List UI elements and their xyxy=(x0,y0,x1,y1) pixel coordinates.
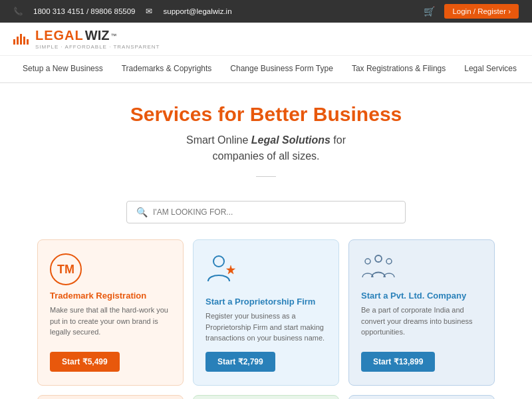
login-button[interactable]: Login / Register › xyxy=(444,4,519,19)
proprietorship-desc: Register your business as a Proprietorsh… xyxy=(205,311,327,344)
pvtltd-card: Start a Pvt. Ltd. Company Be a part of c… xyxy=(348,239,495,386)
search-bar-wrapper: 🔍 xyxy=(0,201,532,223)
proprietorship-card: Start a Proprietorship Firm Register you… xyxy=(193,239,339,386)
phone-number: 1800 313 4151 / 89806 85509 xyxy=(33,7,135,15)
logo-text: LEGAL WIZ ™ xyxy=(35,28,160,43)
trademark-cta-button[interactable]: Start ₹5,499 xyxy=(50,352,120,372)
hero-section: Services for Better Business Smart Onlin… xyxy=(0,83,532,201)
proprietorship-cta-button[interactable]: Start ₹2,799 xyxy=(205,352,275,372)
logo-tm: ™ xyxy=(110,33,116,39)
logo-legal: LEGAL xyxy=(35,28,84,43)
top-bar-contact: 📞 1800 313 4151 / 89806 85509 ✉ support@… xyxy=(13,7,232,16)
proprietorship-icon-svg xyxy=(205,253,237,285)
nav-item-setup[interactable]: Setup a New Business xyxy=(13,56,112,82)
person-icon xyxy=(205,253,237,291)
cart-icon[interactable]: 🛒 xyxy=(424,6,435,17)
top-bar-right: 🛒 Login / Register › xyxy=(424,4,519,19)
tm-icon: TM xyxy=(50,253,82,285)
handshake-card xyxy=(37,395,184,400)
logo-bars-icon xyxy=(13,34,29,45)
svg-point-0 xyxy=(213,256,224,267)
group-icon xyxy=(361,253,396,285)
pvtltd-icon-svg xyxy=(361,253,396,280)
pvtltd-title: Start a Pvt. Ltd. Company xyxy=(361,291,466,301)
trademark-title: Trademark Registration xyxy=(50,291,146,301)
svg-point-3 xyxy=(365,259,370,264)
trademark-card: TM Trademark Registration Make sure that… xyxy=(37,239,184,386)
hero-title: Services for Better Business xyxy=(13,103,519,126)
search-icon: 🔍 xyxy=(136,207,148,217)
new-service-card: NEW xyxy=(348,395,495,400)
cards-row-1: TM Trademark Registration Make sure that… xyxy=(0,239,532,386)
phone-icon: 📞 xyxy=(13,7,23,16)
top-bar: 📞 1800 313 4151 / 89806 85509 ✉ support@… xyxy=(0,0,532,23)
logo-bar: LEGAL WIZ ™ SIMPLE · AFFORDABLE · TRANSP… xyxy=(0,23,532,56)
trademark-desc: Make sure that all the hard-work you put… xyxy=(50,305,171,344)
logo[interactable]: LEGAL WIZ ™ SIMPLE · AFFORDABLE · TRANSP… xyxy=(13,28,160,50)
hero-divider xyxy=(256,176,276,177)
email-icon: ✉ xyxy=(146,7,152,16)
svg-point-4 xyxy=(386,259,392,264)
nav-item-bookkeeping[interactable]: Bookkeeping & Compliances xyxy=(526,56,532,82)
proprietorship-title: Start a Proprietorship Firm xyxy=(205,297,315,307)
logo-tagline: SIMPLE · AFFORDABLE · TRANSPARENT xyxy=(35,44,160,50)
search-input[interactable] xyxy=(153,207,396,217)
svg-marker-1 xyxy=(227,265,235,274)
nav-item-legal[interactable]: Legal Services xyxy=(455,56,526,82)
hero-subtitle: Smart Online Legal Solutions forcompanie… xyxy=(13,132,519,164)
search-bar[interactable]: 🔍 xyxy=(126,201,406,223)
pvtltd-cta-button[interactable]: Start ₹13,899 xyxy=(361,352,435,372)
logo-wiz: WIZ xyxy=(85,28,110,43)
svg-point-2 xyxy=(375,255,382,262)
nav-item-trademarks[interactable]: Trademarks & Copyrights xyxy=(112,56,221,82)
email-address: support@legalwiz.in xyxy=(163,7,231,15)
nav-item-change-business[interactable]: Change Business Form Type xyxy=(221,56,342,82)
pvtltd-desc: Be a part of corporate India and convert… xyxy=(361,305,482,344)
nav-item-tax[interactable]: Tax Registrations & Filings xyxy=(342,56,455,82)
cards-row-2: SSI/MSME Registration NEW xyxy=(0,386,532,400)
ssi-msme-card: SSI/MSME Registration xyxy=(193,395,339,400)
main-nav: Setup a New Business Trademarks & Copyri… xyxy=(0,56,532,83)
